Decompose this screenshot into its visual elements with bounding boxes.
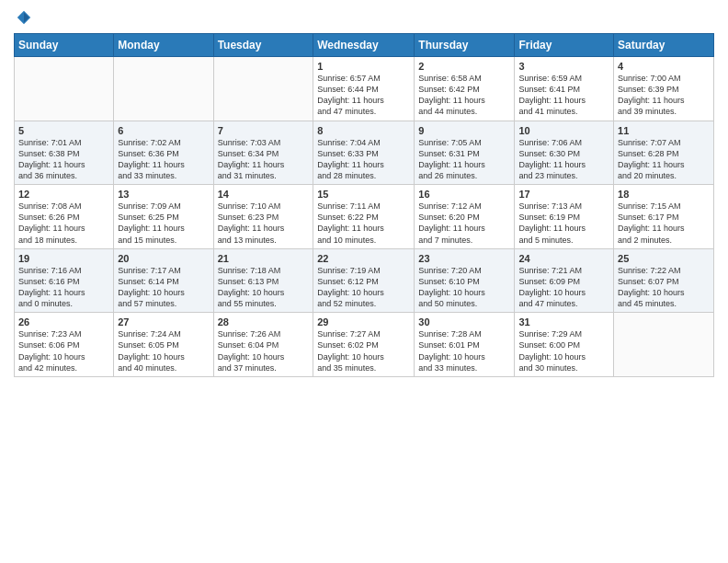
day-info: Sunrise: 7:28 AMSunset: 6:01 PMDaylight:… bbox=[418, 328, 510, 373]
day-cell: 8Sunrise: 7:04 AMSunset: 6:33 PMDaylight… bbox=[313, 121, 415, 185]
day-cell: 11Sunrise: 7:07 AMSunset: 6:28 PMDayligh… bbox=[614, 121, 714, 185]
day-info: Sunrise: 7:27 AMSunset: 6:02 PMDaylight:… bbox=[317, 328, 410, 373]
day-number: 30 bbox=[418, 316, 510, 327]
day-number: 7 bbox=[218, 125, 310, 136]
day-cell: 3Sunrise: 6:59 AMSunset: 6:41 PMDaylight… bbox=[515, 57, 614, 121]
day-cell: 5Sunrise: 7:01 AMSunset: 6:38 PMDaylight… bbox=[15, 121, 114, 185]
day-info: Sunrise: 7:11 AMSunset: 6:22 PMDaylight:… bbox=[317, 201, 410, 246]
day-number: 23 bbox=[418, 253, 510, 264]
day-cell: 14Sunrise: 7:10 AMSunset: 6:23 PMDayligh… bbox=[213, 185, 313, 249]
day-info: Sunrise: 7:15 AMSunset: 6:17 PMDaylight:… bbox=[618, 201, 710, 246]
day-cell: 17Sunrise: 7:13 AMSunset: 6:19 PMDayligh… bbox=[515, 185, 614, 249]
day-number: 22 bbox=[317, 253, 410, 264]
day-cell: 26Sunrise: 7:23 AMSunset: 6:06 PMDayligh… bbox=[15, 313, 114, 377]
day-info: Sunrise: 7:01 AMSunset: 6:38 PMDaylight:… bbox=[18, 137, 109, 182]
day-number: 4 bbox=[618, 61, 710, 72]
day-info: Sunrise: 7:03 AMSunset: 6:34 PMDaylight:… bbox=[218, 137, 310, 182]
day-cell: 10Sunrise: 7:06 AMSunset: 6:30 PMDayligh… bbox=[515, 121, 614, 185]
day-info: Sunrise: 7:22 AMSunset: 6:07 PMDaylight:… bbox=[618, 265, 710, 310]
col-header-saturday: Saturday bbox=[614, 34, 714, 57]
day-cell: 7Sunrise: 7:03 AMSunset: 6:34 PMDaylight… bbox=[213, 121, 313, 185]
day-cell: 30Sunrise: 7:28 AMSunset: 6:01 PMDayligh… bbox=[415, 313, 515, 377]
day-number: 2 bbox=[418, 61, 510, 72]
day-cell: 20Sunrise: 7:17 AMSunset: 6:14 PMDayligh… bbox=[114, 248, 213, 313]
day-info: Sunrise: 7:29 AMSunset: 6:00 PMDaylight:… bbox=[518, 328, 609, 373]
day-info: Sunrise: 7:00 AMSunset: 6:39 PMDaylight:… bbox=[618, 73, 710, 118]
day-cell: 29Sunrise: 7:27 AMSunset: 6:02 PMDayligh… bbox=[313, 313, 415, 377]
week-row-3: 12Sunrise: 7:08 AMSunset: 6:26 PMDayligh… bbox=[15, 185, 714, 249]
day-cell: 16Sunrise: 7:12 AMSunset: 6:20 PMDayligh… bbox=[415, 185, 515, 249]
day-info: Sunrise: 7:07 AMSunset: 6:28 PMDaylight:… bbox=[618, 137, 710, 182]
calendar-table: SundayMondayTuesdayWednesdayThursdayFrid… bbox=[14, 33, 714, 377]
calendar-header-row: SundayMondayTuesdayWednesdayThursdayFrid… bbox=[15, 34, 714, 57]
day-cell: 13Sunrise: 7:09 AMSunset: 6:25 PMDayligh… bbox=[114, 185, 213, 249]
week-row-1: 1Sunrise: 6:57 AMSunset: 6:44 PMDaylight… bbox=[15, 57, 714, 121]
day-info: Sunrise: 7:04 AMSunset: 6:33 PMDaylight:… bbox=[317, 137, 410, 182]
day-number: 18 bbox=[618, 189, 710, 200]
day-cell: 25Sunrise: 7:22 AMSunset: 6:07 PMDayligh… bbox=[614, 248, 714, 313]
day-info: Sunrise: 7:26 AMSunset: 6:04 PMDaylight:… bbox=[218, 328, 310, 373]
day-cell: 23Sunrise: 7:20 AMSunset: 6:10 PMDayligh… bbox=[415, 248, 515, 313]
day-number: 6 bbox=[118, 125, 209, 136]
day-info: Sunrise: 7:16 AMSunset: 6:16 PMDaylight:… bbox=[18, 265, 109, 310]
day-info: Sunrise: 7:06 AMSunset: 6:30 PMDaylight:… bbox=[518, 137, 609, 182]
day-cell: 9Sunrise: 7:05 AMSunset: 6:31 PMDaylight… bbox=[415, 121, 515, 185]
logo-text bbox=[14, 9, 32, 26]
day-number: 13 bbox=[118, 189, 209, 200]
page: SundayMondayTuesdayWednesdayThursdayFrid… bbox=[0, 0, 728, 563]
day-number: 31 bbox=[518, 316, 609, 327]
col-header-thursday: Thursday bbox=[415, 34, 515, 57]
col-header-wednesday: Wednesday bbox=[313, 34, 415, 57]
day-info: Sunrise: 7:19 AMSunset: 6:12 PMDaylight:… bbox=[317, 265, 410, 310]
day-number: 15 bbox=[317, 189, 410, 200]
day-number: 28 bbox=[218, 316, 310, 327]
day-number: 9 bbox=[418, 125, 510, 136]
day-number: 8 bbox=[317, 125, 410, 136]
day-info: Sunrise: 7:17 AMSunset: 6:14 PMDaylight:… bbox=[118, 265, 209, 310]
day-number: 19 bbox=[18, 253, 109, 264]
day-cell bbox=[213, 57, 313, 121]
day-info: Sunrise: 7:02 AMSunset: 6:36 PMDaylight:… bbox=[118, 137, 209, 182]
week-row-2: 5Sunrise: 7:01 AMSunset: 6:38 PMDaylight… bbox=[15, 121, 714, 185]
day-cell bbox=[614, 313, 714, 377]
day-cell: 22Sunrise: 7:19 AMSunset: 6:12 PMDayligh… bbox=[313, 248, 415, 313]
day-info: Sunrise: 7:09 AMSunset: 6:25 PMDaylight:… bbox=[118, 201, 209, 246]
day-info: Sunrise: 7:20 AMSunset: 6:10 PMDaylight:… bbox=[418, 265, 510, 310]
day-info: Sunrise: 7:12 AMSunset: 6:20 PMDaylight:… bbox=[418, 201, 510, 246]
day-cell: 31Sunrise: 7:29 AMSunset: 6:00 PMDayligh… bbox=[515, 313, 614, 377]
day-info: Sunrise: 7:13 AMSunset: 6:19 PMDaylight:… bbox=[518, 201, 609, 246]
header bbox=[14, 9, 714, 26]
day-cell bbox=[114, 57, 213, 121]
day-info: Sunrise: 7:05 AMSunset: 6:31 PMDaylight:… bbox=[418, 137, 510, 182]
day-number: 3 bbox=[518, 61, 609, 72]
day-info: Sunrise: 6:58 AMSunset: 6:42 PMDaylight:… bbox=[418, 73, 510, 118]
logo bbox=[14, 9, 32, 26]
day-number: 26 bbox=[18, 316, 109, 327]
day-cell: 27Sunrise: 7:24 AMSunset: 6:05 PMDayligh… bbox=[114, 313, 213, 377]
day-cell: 19Sunrise: 7:16 AMSunset: 6:16 PMDayligh… bbox=[15, 248, 114, 313]
day-number: 25 bbox=[618, 253, 710, 264]
col-header-sunday: Sunday bbox=[15, 34, 114, 57]
logo-icon bbox=[16, 9, 32, 26]
day-info: Sunrise: 7:23 AMSunset: 6:06 PMDaylight:… bbox=[18, 328, 109, 373]
day-info: Sunrise: 6:59 AMSunset: 6:41 PMDaylight:… bbox=[518, 73, 609, 118]
day-cell: 28Sunrise: 7:26 AMSunset: 6:04 PMDayligh… bbox=[213, 313, 313, 377]
day-info: Sunrise: 7:08 AMSunset: 6:26 PMDaylight:… bbox=[18, 201, 109, 246]
day-cell: 15Sunrise: 7:11 AMSunset: 6:22 PMDayligh… bbox=[313, 185, 415, 249]
day-number: 21 bbox=[218, 253, 310, 264]
day-number: 12 bbox=[18, 189, 109, 200]
day-info: Sunrise: 7:24 AMSunset: 6:05 PMDaylight:… bbox=[118, 328, 209, 373]
day-number: 20 bbox=[118, 253, 209, 264]
day-cell: 12Sunrise: 7:08 AMSunset: 6:26 PMDayligh… bbox=[15, 185, 114, 249]
day-number: 24 bbox=[518, 253, 609, 264]
day-number: 10 bbox=[518, 125, 609, 136]
day-cell: 4Sunrise: 7:00 AMSunset: 6:39 PMDaylight… bbox=[614, 57, 714, 121]
col-header-friday: Friday bbox=[515, 34, 614, 57]
day-number: 16 bbox=[418, 189, 510, 200]
day-info: Sunrise: 7:10 AMSunset: 6:23 PMDaylight:… bbox=[218, 201, 310, 246]
day-number: 1 bbox=[317, 61, 410, 72]
day-number: 27 bbox=[118, 316, 209, 327]
day-info: Sunrise: 7:21 AMSunset: 6:09 PMDaylight:… bbox=[518, 265, 609, 310]
day-number: 29 bbox=[317, 316, 410, 327]
day-info: Sunrise: 6:57 AMSunset: 6:44 PMDaylight:… bbox=[317, 73, 410, 118]
